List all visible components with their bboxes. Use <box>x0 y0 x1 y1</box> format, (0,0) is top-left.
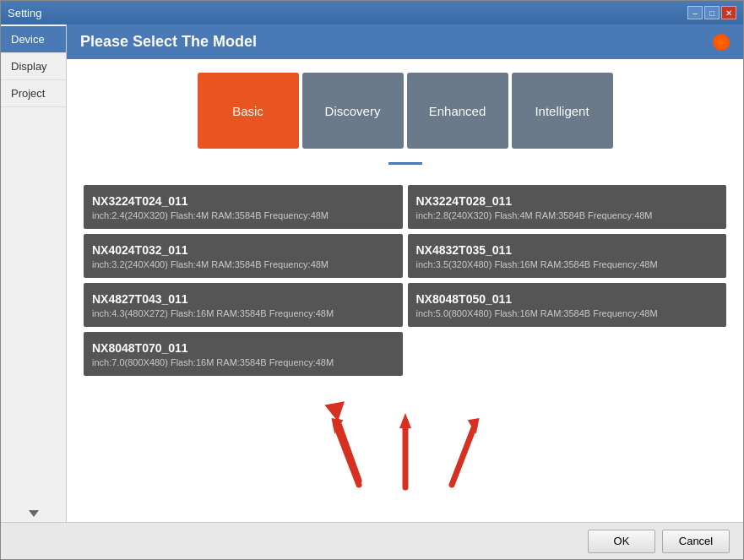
device-specs: inch:3.5(320X480) Flash:16M RAM:3584B Fr… <box>416 259 719 269</box>
sidebar-item-display[interactable]: Display <box>1 53 66 80</box>
model-tabs: Basic Discovery Enhanced Intelligent <box>84 73 726 149</box>
arrow-area <box>84 393 726 508</box>
tab-intelligent[interactable]: Intelligent <box>512 73 613 149</box>
minimize-button[interactable]: – <box>687 6 703 19</box>
sidebar: Device Display Project <box>1 24 67 522</box>
sidebar-spacer <box>1 107 66 510</box>
device-specs: inch:5.0(800X480) Flash:16M RAM:3584B Fr… <box>416 308 719 318</box>
device-name: NX3224T028_011 <box>416 194 719 208</box>
page-title: Please Select The Model <box>80 33 257 51</box>
title-bar: Setting – □ ✕ <box>1 1 743 24</box>
main-window: Setting – □ ✕ Device Display Project <box>0 0 744 560</box>
content-header: Please Select The Model <box>67 24 743 59</box>
device-item-nx8048t070[interactable]: NX8048T070_011 inch:7.0(800X480) Flash:1… <box>84 332 403 376</box>
svg-marker-3 <box>399 413 411 428</box>
sidebar-item-project[interactable]: Project <box>1 80 66 107</box>
content-area: Please Select The Model Basic Discovery … <box>67 24 743 522</box>
tab-enhanced[interactable]: Enhanced <box>407 73 508 149</box>
maximize-button[interactable]: □ <box>704 6 720 19</box>
device-name: NX3224T024_011 <box>92 194 394 208</box>
device-name: NX8048T050_011 <box>416 292 719 306</box>
tab-basic[interactable]: Basic <box>198 73 299 149</box>
tab-underline <box>388 162 422 165</box>
cancel-button[interactable]: Cancel <box>662 530 730 553</box>
close-button[interactable]: ✕ <box>721 6 736 19</box>
header-icon <box>713 34 730 51</box>
device-name: NX4024T032_011 <box>92 243 394 257</box>
device-name: NX4832T035_011 <box>416 243 719 257</box>
device-specs: inch:7.0(800X480) Flash:16M RAM:3584B Fr… <box>92 357 394 367</box>
device-specs: inch:2.8(240X320) Flash:4M RAM:3584B Fre… <box>416 210 719 220</box>
device-specs: inch:3.2(240X400) Flash:4M RAM:3584B Fre… <box>92 259 394 269</box>
device-item-nx4827t043[interactable]: NX4827T043_011 inch:4.3(480X272) Flash:1… <box>84 283 403 327</box>
window-title: Setting <box>8 7 41 19</box>
arrows-svg <box>312 396 498 506</box>
device-specs: inch:2.4(240X320) Flash:4M RAM:3584B Fre… <box>92 210 394 220</box>
sidebar-scroll-down-icon[interactable] <box>29 510 39 517</box>
device-item-nx3224t024[interactable]: NX3224T024_011 inch:2.4(240X320) Flash:4… <box>84 185 403 229</box>
empty-cell <box>408 332 727 376</box>
device-name: NX4827T043_011 <box>92 292 394 306</box>
device-item-nx8048t050[interactable]: NX8048T050_011 inch:5.0(800X480) Flash:1… <box>408 283 727 327</box>
devices-grid: NX3224T024_011 inch:2.4(240X320) Flash:4… <box>84 185 726 376</box>
sidebar-item-device[interactable]: Device <box>1 26 66 53</box>
tab-discovery[interactable]: Discovery <box>302 73 404 149</box>
device-item-nx4832t035[interactable]: NX4832T035_011 inch:3.5(320X480) Flash:1… <box>408 234 727 278</box>
window-controls: – □ ✕ <box>687 6 736 19</box>
main-layout: Device Display Project Please Select The… <box>1 24 743 522</box>
device-name: NX8048T070_011 <box>92 341 394 355</box>
ok-button[interactable]: OK <box>588 530 655 553</box>
tab-indicator <box>84 162 726 165</box>
footer: OK Cancel <box>1 522 743 559</box>
device-specs: inch:4.3(480X272) Flash:16M RAM:3584B Fr… <box>92 308 394 318</box>
content-body: Basic Discovery Enhanced Intelligent <box>67 59 743 522</box>
device-item-nx3224t028[interactable]: NX3224T028_011 inch:2.8(240X320) Flash:4… <box>408 185 727 229</box>
device-item-nx4024t032[interactable]: NX4024T032_011 inch:3.2(240X400) Flash:4… <box>84 234 403 278</box>
